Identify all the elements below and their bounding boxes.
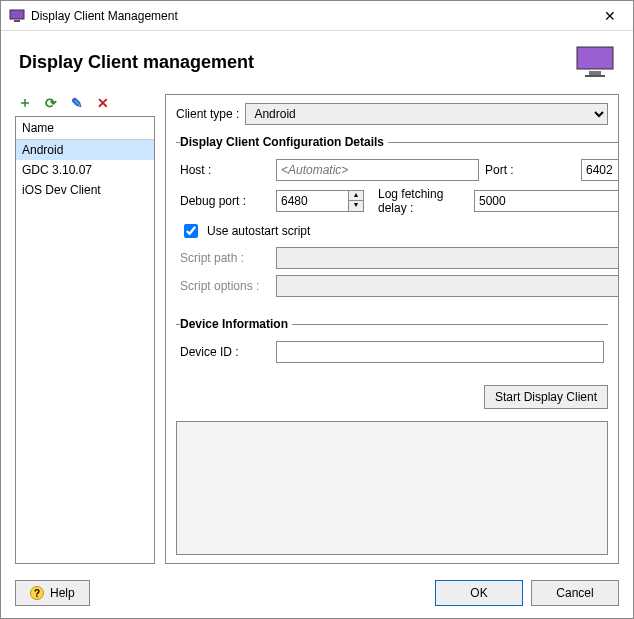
header: Display Client management	[1, 31, 633, 88]
ok-button[interactable]: OK	[435, 580, 523, 606]
footer: ? Help OK Cancel	[1, 572, 633, 618]
client-type-row: Client type : Android	[176, 103, 608, 125]
body: ＋ ⟳ ✎ ✕ Name Android GDC 3.10.07 iOS Dev…	[1, 88, 633, 572]
debug-row: Debug port : ▲▼ Log fetching delay : ▲▼	[180, 187, 619, 215]
monitor-icon	[575, 45, 615, 80]
help-button[interactable]: ? Help	[15, 580, 90, 606]
client-type-select[interactable]: Android	[245, 103, 608, 125]
port-input[interactable]	[581, 159, 619, 181]
list-column-header: Name	[16, 117, 154, 140]
client-type-label: Client type :	[176, 107, 239, 121]
port-spinner[interactable]: ▲▼	[581, 159, 619, 181]
svg-rect-4	[585, 75, 605, 77]
close-icon[interactable]: ✕	[595, 8, 625, 24]
start-display-client-button[interactable]: Start Display Client	[484, 385, 608, 409]
refresh-icon[interactable]: ⟳	[43, 95, 59, 111]
dialog-window: Display Client Management ✕ Display Clie…	[0, 0, 634, 619]
device-id-row: Device ID :	[180, 341, 604, 363]
debug-port-spinner[interactable]: ▲▼	[276, 190, 364, 212]
client-list[interactable]: Name Android GDC 3.10.07 iOS Dev Client	[15, 116, 155, 564]
script-options-label: Script options :	[180, 279, 270, 293]
device-id-label: Device ID :	[180, 345, 270, 359]
port-label: Port :	[485, 163, 575, 177]
edit-icon[interactable]: ✎	[69, 95, 85, 111]
svg-rect-1	[14, 20, 20, 22]
page-title: Display Client management	[19, 52, 575, 73]
list-item[interactable]: iOS Dev Client	[16, 180, 154, 200]
device-fieldset: Device Information Device ID :	[176, 317, 608, 373]
start-row: Start Display Client	[176, 385, 608, 409]
right-panel: Client type : Android Display Client Con…	[165, 94, 619, 564]
script-options-row: Script options :	[180, 275, 619, 297]
svg-rect-0	[10, 10, 24, 19]
log-delay-input[interactable]	[474, 190, 619, 212]
device-legend: Device Information	[180, 317, 292, 331]
log-output	[176, 421, 608, 555]
script-path-input	[276, 247, 619, 269]
debug-port-input[interactable]	[276, 190, 348, 212]
script-path-label: Script path :	[180, 251, 270, 265]
help-icon: ?	[30, 586, 44, 600]
svg-rect-3	[589, 71, 601, 75]
svg-rect-2	[577, 47, 613, 69]
log-delay-spinner[interactable]: ▲▼	[474, 190, 619, 212]
script-path-row: Script path : 🔍	[180, 247, 619, 269]
config-legend: Display Client Configuration Details	[180, 135, 388, 149]
debug-port-label: Debug port :	[180, 194, 270, 208]
spin-down-icon[interactable]: ▼	[349, 201, 363, 211]
autostart-label: Use autostart script	[207, 224, 310, 238]
list-item[interactable]: Android	[16, 140, 154, 160]
host-label: Host :	[180, 163, 270, 177]
left-panel: ＋ ⟳ ✎ ✕ Name Android GDC 3.10.07 iOS Dev…	[15, 94, 155, 564]
autostart-checkbox[interactable]	[184, 224, 198, 238]
help-label: Help	[50, 586, 75, 600]
list-item[interactable]: GDC 3.10.07	[16, 160, 154, 180]
spin-up-icon[interactable]: ▲	[349, 191, 363, 201]
app-icon	[9, 8, 25, 24]
log-delay-label: Log fetching delay :	[378, 187, 468, 215]
device-id-input[interactable]	[276, 341, 604, 363]
delete-icon[interactable]: ✕	[95, 95, 111, 111]
host-row: Host : Port : ▲▼	[180, 159, 619, 181]
add-icon[interactable]: ＋	[17, 95, 33, 111]
config-fieldset: Display Client Configuration Details Hos…	[176, 135, 619, 307]
window-title: Display Client Management	[31, 9, 595, 23]
autostart-row: Use autostart script	[180, 221, 619, 241]
list-toolbar: ＋ ⟳ ✎ ✕	[15, 94, 155, 116]
cancel-button[interactable]: Cancel	[531, 580, 619, 606]
host-input[interactable]	[276, 159, 479, 181]
titlebar: Display Client Management ✕	[1, 1, 633, 31]
script-options-input	[276, 275, 619, 297]
